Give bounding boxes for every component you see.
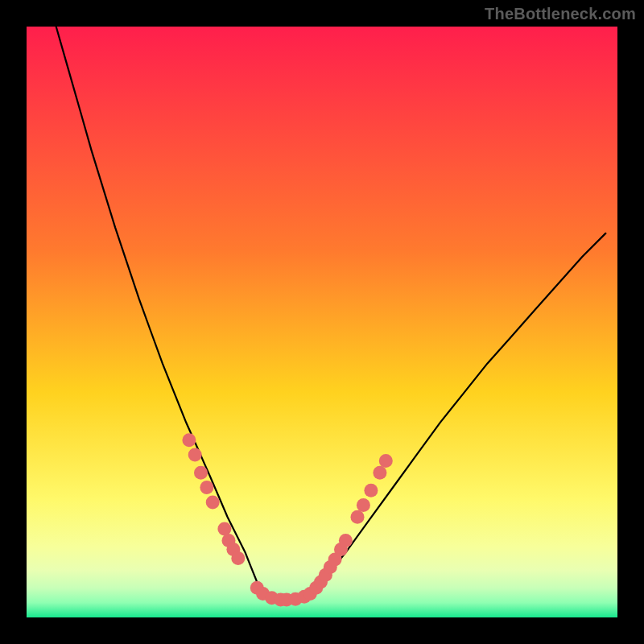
curve-marker (339, 534, 353, 547)
curve-marker (364, 484, 378, 497)
curve-marker (357, 498, 370, 512)
chart-frame: { "watermark": "TheBottleneck.com", "col… (0, 0, 644, 644)
watermark-text: TheBottleneck.com (485, 5, 636, 23)
curve-marker (206, 495, 220, 509)
curve-marker (200, 481, 213, 494)
curve-marker (231, 551, 245, 565)
curve-marker (188, 448, 202, 462)
curve-marker (182, 433, 196, 447)
curve-marker (379, 454, 393, 468)
curve-marker (373, 466, 386, 480)
curve-marker (351, 510, 365, 524)
chart-svg (0, 0, 644, 644)
plot-background (27, 27, 617, 617)
curve-marker (194, 466, 208, 480)
curve-marker (217, 522, 231, 535)
